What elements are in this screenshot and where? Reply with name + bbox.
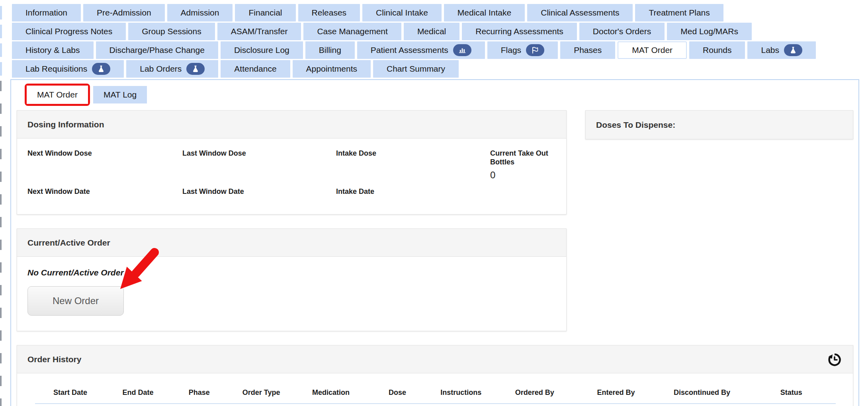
- intake-date-label: Intake Date: [336, 187, 490, 196]
- subtab-mat-order[interactable]: MAT Order: [27, 86, 88, 104]
- tab-patient-assessments[interactable]: Patient Assessments: [357, 41, 485, 59]
- tab-history-labs[interactable]: History & Labs: [12, 41, 94, 59]
- col-entered-by: Entered By: [575, 373, 657, 404]
- current-take-out-bottles-value: 0: [490, 170, 556, 182]
- bar-chart-icon: [453, 44, 471, 56]
- order-history-table: Start Date End Date Phase Order Type Med…: [35, 373, 836, 404]
- last-window-dose-field: Last Window Dose: [182, 149, 336, 182]
- tab-financial[interactable]: Financial: [235, 4, 295, 21]
- tab-recurring-assessments[interactable]: Recurring Assessments: [462, 23, 577, 40]
- tab-row-3: History & Labs Discharge/Phase Change Di…: [12, 41, 868, 59]
- tab-label: Labs: [761, 41, 779, 59]
- col-status: Status: [747, 373, 836, 404]
- tab-clinical-assessments[interactable]: Clinical Assessments: [527, 4, 633, 21]
- dosing-row: Dosing Information Next Window Dose Last…: [17, 110, 858, 215]
- tab-label: Lab Requisitions: [25, 60, 87, 78]
- last-window-date-field: Last Window Date: [182, 187, 336, 196]
- col-discontinued-by: Discontinued By: [657, 373, 747, 404]
- next-window-dose-label: Next Window Dose: [27, 149, 182, 158]
- tab-discharge-phase-change[interactable]: Discharge/Phase Change: [96, 41, 218, 59]
- tab-med-log-mars[interactable]: Med Log/MARs: [667, 23, 752, 40]
- col-ordered-by: Ordered By: [495, 373, 575, 404]
- dosing-information-panel: Dosing Information Next Window Dose Last…: [17, 110, 567, 215]
- intake-dose-field: Intake Dose: [336, 149, 490, 182]
- last-window-dose-label: Last Window Dose: [182, 149, 336, 158]
- panel-title: Doses To Dispense:: [596, 120, 675, 130]
- tab-group-sessions[interactable]: Group Sessions: [128, 23, 215, 40]
- new-order-button[interactable]: New Order: [27, 286, 124, 316]
- col-start-date: Start Date: [35, 373, 106, 404]
- intake-dose-label: Intake Dose: [336, 149, 490, 158]
- current-active-order-panel: Current/Active Order No Current/Active O…: [17, 228, 567, 331]
- intake-date-field: Intake Date: [336, 187, 490, 196]
- panel-title: Order History: [27, 355, 81, 364]
- tab-medical-intake[interactable]: Medical Intake: [444, 4, 525, 21]
- tab-label: Flags: [501, 41, 521, 59]
- tab-row-4: Lab Requisitions Lab Orders Attendance A…: [12, 60, 868, 78]
- tab-doctors-orders[interactable]: Doctor's Orders: [579, 23, 665, 40]
- last-window-date-label: Last Window Date: [182, 187, 336, 196]
- no-current-order-message: No Current/Active Order: [27, 268, 556, 277]
- tab-lab-requisitions[interactable]: Lab Requisitions: [12, 60, 124, 78]
- intake-dose-value: [336, 161, 490, 173]
- mat-order-panel-container: MAT Order MAT Log Dosing Information Nex…: [10, 79, 859, 406]
- tab-treatment-plans[interactable]: Treatment Plans: [635, 4, 723, 21]
- col-end-date: End Date: [106, 373, 170, 404]
- order-history-panel: Order History Start Date End Date: [17, 345, 853, 406]
- col-instructions: Instructions: [427, 373, 495, 404]
- flask-icon: [784, 44, 802, 56]
- dosing-grid-row-2: Next Window Date Last Window Date Intake…: [27, 187, 556, 196]
- tab-row-2: Clinical Progress Notes Group Sessions A…: [12, 23, 868, 40]
- flask-icon: [92, 63, 110, 75]
- tab-releases[interactable]: Releases: [298, 4, 360, 21]
- current-take-out-bottles-label: Current Take Out Bottles: [490, 149, 556, 166]
- doses-to-dispense-panel: Doses To Dispense:: [585, 110, 853, 139]
- tab-appointments[interactable]: Appointments: [293, 60, 371, 78]
- tab-mat-order[interactable]: MAT Order: [618, 41, 687, 59]
- tab-attendance[interactable]: Attendance: [221, 60, 290, 78]
- tab-row-1: Information Pre-Admission Admission Fina…: [12, 4, 868, 21]
- tab-label: Patient Assessments: [371, 41, 448, 59]
- tab-rounds[interactable]: Rounds: [689, 41, 745, 59]
- order-history-header: Order History: [17, 345, 853, 373]
- tab-medical[interactable]: Medical: [404, 23, 459, 40]
- history-icon[interactable]: [827, 351, 843, 367]
- dosing-information-body: Next Window Dose Last Window Dose Intake…: [17, 139, 566, 214]
- tab-admission[interactable]: Admission: [167, 4, 233, 21]
- col-phase: Phase: [170, 373, 228, 404]
- next-window-date-label: Next Window Date: [27, 187, 182, 196]
- last-window-dose-value: [182, 161, 336, 173]
- next-window-dose-value: [27, 161, 182, 173]
- tab-label: Lab Orders: [140, 60, 182, 78]
- tab-clinical-progress-notes[interactable]: Clinical Progress Notes: [12, 23, 126, 40]
- order-history-header-row: Start Date End Date Phase Order Type Med…: [35, 373, 836, 404]
- panel-title: Current/Active Order: [27, 238, 110, 248]
- tab-lab-orders[interactable]: Lab Orders: [126, 60, 218, 78]
- tab-clinical-intake[interactable]: Clinical Intake: [362, 4, 442, 21]
- col-medication: Medication: [295, 373, 368, 404]
- next-window-date-field: Next Window Date: [27, 187, 182, 196]
- next-window-dose-field: Next Window Dose: [27, 149, 182, 182]
- tab-labs[interactable]: Labs: [747, 41, 816, 59]
- current-active-order-header: Current/Active Order: [17, 229, 566, 257]
- tab-pre-admission[interactable]: Pre-Admission: [83, 4, 165, 21]
- current-active-order-body: No Current/Active Order New Order: [17, 257, 566, 331]
- red-highlight-box: MAT Order: [25, 84, 90, 106]
- tab-flags[interactable]: Flags: [487, 41, 558, 59]
- dosing-grid-row-1: Next Window Dose Last Window Dose Intake…: [27, 149, 556, 182]
- empty-cell: [490, 187, 556, 196]
- col-order-type: Order Type: [228, 373, 295, 404]
- tab-chart-summary[interactable]: Chart Summary: [373, 60, 459, 78]
- dosing-information-header: Dosing Information: [17, 111, 566, 139]
- doses-to-dispense-header: Doses To Dispense:: [586, 111, 853, 139]
- tab-disclosure-log[interactable]: Disclosure Log: [221, 41, 303, 59]
- chart-tab-navigation: Information Pre-Admission Admission Fina…: [0, 0, 868, 78]
- tab-billing[interactable]: Billing: [305, 41, 355, 59]
- mat-subtabs: MAT Order MAT Log: [25, 84, 858, 106]
- current-take-out-bottles-field: Current Take Out Bottles 0: [490, 149, 556, 182]
- subtab-mat-log[interactable]: MAT Log: [93, 86, 147, 103]
- tab-information[interactable]: Information: [12, 4, 81, 21]
- tab-asam-transfer[interactable]: ASAM/Transfer: [217, 23, 301, 40]
- tab-case-management[interactable]: Case Management: [303, 23, 401, 40]
- tab-phases[interactable]: Phases: [560, 41, 615, 59]
